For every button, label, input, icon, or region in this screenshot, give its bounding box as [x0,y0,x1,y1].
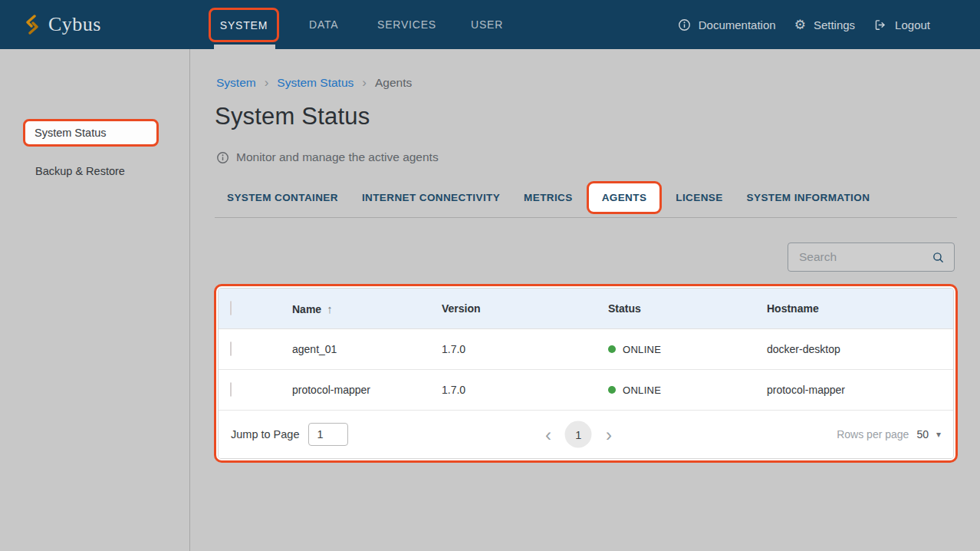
search-icon[interactable] [932,251,945,264]
table-row[interactable]: agent_01 1.7.0 ONLINE docker-desktop [219,329,953,370]
sidebar-item-backup-restore[interactable]: Backup & Restore [35,161,125,181]
cell-hostname: docker-desktop [767,343,953,355]
cell-version: 1.7.0 [442,343,608,355]
select-row-checkbox[interactable] [230,382,232,397]
previous-page-icon[interactable]: ‹ [542,425,554,444]
nav-item-services[interactable]: SERVICES [377,0,436,49]
agents-table: Name↑ Version Status Hostname agent_01 1… [218,288,954,459]
logout-icon [873,18,887,31]
page-title: System Status [215,103,370,130]
table-footer: Jump to Page ‹ 1 › Rows per page 50 ▾ [219,411,953,458]
breadcrumb-separator-icon: › [265,75,269,91]
sort-ascending-icon: ↑ [327,302,333,315]
table-header-row: Name↑ Version Status Hostname [219,289,953,329]
tab-agents[interactable]: AGENTS [587,181,663,214]
logo[interactable]: Cybus [23,0,101,49]
cell-hostname: protocol-mapper [767,384,953,396]
nav-actions: Documentation ⚙ Settings Logout [678,0,930,49]
select-row-checkbox[interactable] [230,341,232,356]
tab-system-container[interactable]: SYSTEM CONTAINER [227,192,338,203]
breadcrumb-separator-icon: › [362,75,367,91]
select-all-checkbox[interactable] [230,301,232,315]
nav-item-system[interactable]: SYSTEM [209,8,279,42]
jump-to-page-input[interactable] [308,423,348,446]
online-status-dot [608,345,616,353]
cell-name: protocol-mapper [292,384,442,396]
breadcrumb-agents: Agents [375,76,412,90]
jump-to-page: Jump to Page [231,423,348,446]
rows-per-page-select[interactable]: Rows per page 50 ▾ [837,428,941,440]
column-header-name[interactable]: Name↑ [292,302,442,315]
page-subtitle: Monitor and manage the active agents [216,150,439,164]
logo-text: Cybus [48,13,101,36]
current-page-button[interactable]: 1 [565,421,592,448]
tab-divider [215,217,957,218]
settings-label: Settings [814,18,855,31]
pager: ‹ 1 › [542,421,615,448]
online-status-dot [608,386,616,394]
settings-button[interactable]: ⚙ Settings [794,18,855,31]
sidebar-item-system-status[interactable]: System Status [23,119,159,147]
column-header-version[interactable]: Version [442,302,608,315]
sidebar: System Status Backup & Restore [0,49,190,551]
documentation-button[interactable]: Documentation [678,18,776,31]
active-nav-indicator [214,45,275,49]
next-page-icon[interactable]: › [603,425,615,444]
top-navbar: Cybus SYSTEM DATA SERVICES USER Document… [0,0,980,49]
tab-system-information[interactable]: SYSTEM INFORMATION [747,192,870,203]
jump-to-page-label: Jump to Page [231,428,299,440]
page-subtitle-text: Monitor and manage the active agents [236,150,439,164]
breadcrumb-system[interactable]: System [216,76,256,90]
caret-down-icon: ▾ [936,429,941,440]
logout-button[interactable]: Logout [873,18,930,31]
cell-status: ONLINE [608,344,767,355]
breadcrumb: System › System Status › Agents [216,75,412,91]
tab-internet-connectivity[interactable]: INTERNET CONNECTIVITY [362,192,500,203]
documentation-label: Documentation [699,18,776,31]
tab-bar: SYSTEM CONTAINER INTERNET CONNECTIVITY M… [227,180,870,215]
cell-status: ONLINE [608,384,767,396]
rows-per-page-label: Rows per page [837,428,909,440]
agents-table-annotation: Name↑ Version Status Hostname agent_01 1… [214,284,958,463]
cybus-logo-icon [23,15,41,35]
info-icon [678,18,691,31]
tab-license[interactable]: LICENSE [676,192,722,203]
rows-per-page-value: 50 [916,428,929,440]
table-row[interactable]: protocol-mapper 1.7.0 ONLINE protocol-ma… [219,370,953,411]
nav-item-data[interactable]: DATA [309,0,338,49]
info-icon [216,151,229,164]
logout-label: Logout [895,18,930,31]
search-input[interactable] [788,243,954,271]
gear-icon: ⚙ [794,18,806,31]
sidebar-item-backup-restore-label: Backup & Restore [35,165,125,177]
column-header-hostname[interactable]: Hostname [767,302,953,315]
tab-metrics[interactable]: METRICS [524,192,573,203]
nav-item-system-label: SYSTEM [220,19,268,31]
search-box [788,243,955,272]
cell-name: agent_01 [292,343,442,355]
sidebar-item-system-status-label: System Status [35,127,106,139]
breadcrumb-system-status[interactable]: System Status [277,76,354,90]
nav-item-user[interactable]: USER [471,0,503,49]
cell-version: 1.7.0 [442,384,608,396]
column-header-status[interactable]: Status [608,302,767,315]
